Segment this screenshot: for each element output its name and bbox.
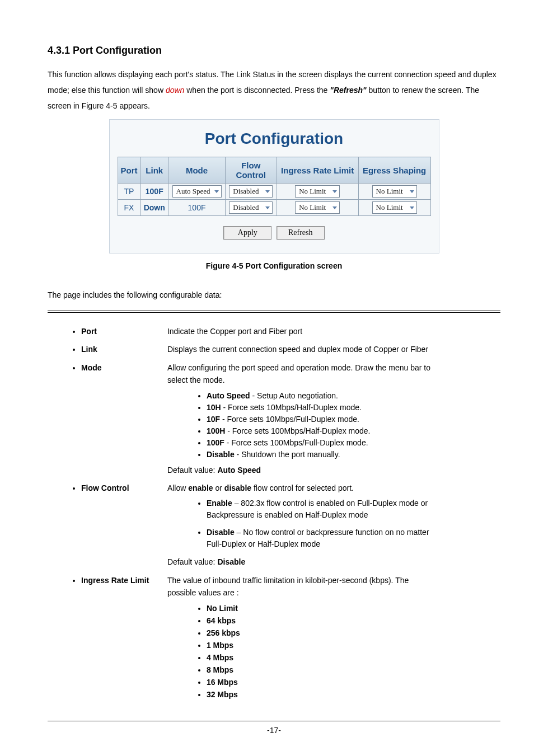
flow-c: or	[213, 483, 224, 492]
intro-b: when the port is disconnected. Press the	[184, 86, 330, 95]
opt-key: Disable	[207, 528, 235, 537]
opt-desc: - Setup Auto negotiation.	[250, 391, 338, 400]
spec-desc: The value of inbound traffic limitation …	[167, 574, 436, 704]
dropdown[interactable]: Disabled	[229, 185, 273, 198]
flow-a: Allow	[167, 483, 188, 492]
spec-list: Port Indicate the Copper port and Fiber …	[48, 325, 500, 704]
apply-button[interactable]: Apply	[223, 226, 271, 240]
opt-desc: - Force sets 100Mbps/Full-Duplex mode.	[224, 438, 368, 447]
caption-b: Port Configuration screen	[243, 261, 343, 270]
flow-default-b: Disable	[217, 557, 245, 566]
dropdown[interactable]: No Limit	[295, 201, 340, 214]
dropdown[interactable]: No Limit	[372, 185, 417, 198]
table-row: TP100FAuto SpeedDisabledNo LimitNo Limit	[118, 184, 430, 200]
spec-link: Link Displays the current connection spe…	[81, 343, 500, 355]
opt-key: 10H	[207, 403, 221, 412]
spec-label: Flow Control	[81, 482, 165, 494]
col-header: Port	[118, 157, 140, 184]
list-item: Disable - Shutdown the port manually.	[207, 449, 436, 461]
opt-key: 1 Mbps	[207, 641, 233, 650]
dropdown[interactable]: No Limit	[372, 201, 417, 214]
spec-ingress: Ingress Rate Limit The value of inbound …	[81, 574, 500, 704]
flow-options: Enable – 802.3x flow control is enabled …	[167, 497, 436, 550]
dropdown-value: Disabled	[233, 203, 259, 212]
list-item: 4 Mbps	[207, 652, 436, 664]
chevron-down-icon	[332, 206, 337, 209]
cell-egress: No Limit	[358, 200, 430, 216]
cell-port: FX	[118, 200, 140, 216]
flow-b: enable	[188, 483, 213, 492]
opt-key: 32 Mbps	[207, 690, 238, 699]
opt-key: Enable	[207, 499, 232, 508]
col-header: Link	[140, 157, 168, 184]
opt-desc: – No flow control or backpressure functi…	[207, 528, 429, 548]
lead-text: The page includes the following configur…	[48, 287, 500, 303]
opt-key: 4 Mbps	[207, 653, 233, 662]
chevron-down-icon	[410, 206, 414, 209]
mode-default-b: Auto Speed	[217, 466, 261, 475]
opt-key: 100H	[207, 426, 225, 435]
opt-key: 64 kbps	[207, 616, 236, 625]
refresh-button[interactable]: Refresh	[277, 226, 325, 240]
opt-key: Disable	[207, 450, 235, 459]
caption-a: Figure 4-5	[206, 261, 243, 270]
chevron-down-icon	[265, 190, 270, 193]
list-item: 100H - Force sets 100Mbps/Half-Duplex mo…	[207, 425, 436, 437]
opt-key: No Limit	[207, 604, 238, 613]
flow-e: flow control for selected port.	[251, 483, 354, 492]
page-number: -17-	[48, 726, 500, 735]
chevron-down-icon	[410, 190, 414, 193]
cell-link: Down	[140, 200, 168, 216]
panel-title: Port Configuration	[110, 130, 439, 148]
dropdown-value: No Limit	[376, 203, 403, 212]
opt-key: Auto Speed	[207, 391, 250, 400]
col-header: FlowControl	[226, 157, 277, 184]
config-panel: Port Configuration PortLinkModeFlowContr…	[109, 119, 439, 253]
list-item: No Limit	[207, 603, 436, 614]
chevron-down-icon	[265, 206, 270, 209]
spec-label: Ingress Rate Limit	[81, 574, 165, 586]
cell-ingress: No Limit	[277, 200, 358, 216]
flow-d: disable	[224, 483, 251, 492]
dropdown-value: Auto Speed	[176, 187, 210, 196]
spec-port: Port Indicate the Copper port and Fiber …	[81, 325, 500, 337]
dropdown[interactable]: Disabled	[229, 201, 273, 214]
mode-options: Auto Speed - Setup Auto negotiation.10H …	[167, 390, 436, 461]
spec-desc: Allow enable or disable flow control for…	[167, 482, 436, 569]
ingress-values: No Limit64 kbps256 kbps1 Mbps4 Mbps8 Mbp…	[167, 603, 436, 701]
opt-key: 256 kbps	[207, 628, 240, 637]
dropdown-value: No Limit	[299, 187, 326, 196]
cell-egress: No Limit	[358, 184, 430, 200]
footer-rule	[48, 721, 500, 721]
opt-key: 100F	[207, 438, 224, 447]
list-item: 10F - Force sets 10Mbps/Full-Duplex mode…	[207, 414, 436, 425]
chevron-down-icon	[214, 190, 219, 193]
col-header: Ingress Rate Limit	[277, 157, 358, 184]
list-item: Auto Speed - Setup Auto negotiation.	[207, 390, 436, 402]
opt-key: 10F	[207, 415, 220, 424]
opt-desc: – 802.3x flow control is enabled on Full…	[207, 499, 428, 519]
list-item: Enable – 802.3x flow control is enabled …	[207, 497, 436, 521]
spec-label: Mode	[81, 361, 165, 374]
list-item: 64 kbps	[207, 615, 436, 627]
dropdown[interactable]: No Limit	[295, 185, 340, 198]
figure-caption: Figure 4-5 Port Configuration screen	[109, 261, 439, 270]
cell-mode: Auto Speed	[168, 184, 226, 200]
spec-desc: Displays the current connection speed an…	[167, 343, 436, 355]
col-header: Egress Shaping	[358, 157, 430, 184]
opt-desc: - Force sets 100Mbps/Half-Duplex mode.	[225, 426, 370, 435]
section-title: 4.3.1 Port Configuration	[48, 45, 500, 57]
list-item: 100F - Force sets 100Mbps/Full-Duplex mo…	[207, 437, 436, 449]
spec-flow: Flow Control Allow enable or disable flo…	[81, 482, 500, 569]
intro-red: down	[166, 86, 184, 95]
opt-desc: - Shutdown the port manually.	[235, 450, 340, 459]
intro-btn: "Refresh"	[330, 86, 366, 95]
intro-paragraph: This function allows displaying each por…	[48, 67, 500, 114]
dropdown[interactable]: Auto Speed	[172, 185, 222, 198]
cell-port: TP	[118, 184, 140, 200]
cell-mode: 100F	[168, 200, 226, 216]
spec-mode: Mode Allow configuring the port speed an…	[81, 361, 500, 476]
mode-default-a: Default value:	[167, 466, 218, 475]
col-header: Mode	[168, 157, 226, 184]
list-item: 10H - Force sets 10Mbps/Half-Duplex mode…	[207, 402, 436, 414]
